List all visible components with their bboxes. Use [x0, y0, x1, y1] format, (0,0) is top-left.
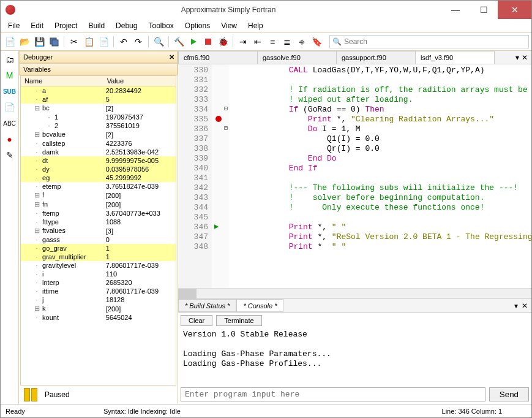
save-all-icon[interactable] [47, 35, 61, 48]
var-row[interactable]: · 2375561019 [21, 121, 176, 130]
paste-icon[interactable]: 📄 [97, 35, 110, 48]
undo-icon[interactable]: ↶ [117, 35, 130, 48]
svg-rect-3 [205, 39, 211, 45]
menu-view[interactable]: View [216, 20, 242, 31]
debugger-panel-header: Debugger ✕ [19, 51, 178, 63]
bottom-tab[interactable]: * Console * [236, 299, 283, 312]
close-tab-icon[interactable]: ✕ [522, 53, 528, 62]
menu-debug[interactable]: Debug [111, 20, 142, 31]
fold-icon[interactable]: ⊟ [224, 124, 228, 132]
svg-rect-1 [52, 40, 58, 46]
var-row[interactable]: · ftemp3.67040773e+033 [21, 209, 176, 218]
bottom-tabs: * Build Status ** Console *▾✕ [178, 298, 531, 312]
redo-icon[interactable]: ↷ [132, 35, 145, 48]
var-row[interactable]: ⊞ bcvalue[2] [21, 130, 176, 139]
bookmark-icon[interactable]: 🔖 [310, 35, 323, 48]
close-debugger-icon[interactable]: ✕ [169, 53, 174, 61]
unindent-icon[interactable]: ⇤ [251, 35, 264, 48]
find-icon[interactable]: 🔍 [152, 35, 165, 48]
close-button[interactable]: ✕ [498, 1, 531, 19]
search-input[interactable] [344, 37, 526, 46]
clear-button[interactable]: Clear [181, 315, 212, 326]
console-output: Version 1.0 Stable Release Loading Gas-P… [178, 329, 531, 385]
var-row[interactable]: ⊞ k[200] [21, 304, 176, 313]
var-row[interactable]: · i110 [21, 270, 176, 278]
editor-tab[interactable]: gassolve.f90 [257, 51, 337, 64]
modules-icon[interactable]: M [4, 69, 16, 82]
var-row[interactable]: · gravitylevel7.80601717e-039 [21, 261, 176, 270]
send-button[interactable]: Send [489, 387, 529, 401]
run-icon[interactable] [187, 35, 200, 48]
var-row[interactable]: ⊟ bc[2] [21, 104, 176, 113]
editor-tab[interactable]: cfm6.f90 [178, 51, 258, 64]
var-row[interactable]: · etemp3.76518247e-039 [21, 182, 176, 191]
debug-icon[interactable]: 🐞 [216, 35, 230, 48]
var-row[interactable]: · go_grav1 [21, 244, 176, 253]
project-icon[interactable]: 🗂 [4, 53, 16, 66]
menu-toolbox[interactable]: Toolbox [143, 20, 178, 31]
current-line-icon: ▶ [214, 222, 219, 231]
variables-panel-header: Variables [19, 63, 178, 75]
menu-options[interactable]: Options [180, 20, 215, 31]
breakpoints-icon[interactable]: ● [4, 133, 16, 145]
menu-project[interactable]: Project [50, 20, 82, 31]
copy-icon[interactable]: 📋 [82, 35, 96, 48]
fold-icon[interactable]: ⊟ [224, 105, 228, 112]
search-box[interactable]: 🔍 [329, 35, 529, 48]
cut-icon[interactable]: ✂ [67, 35, 81, 48]
var-row[interactable]: ⊞ f[200] [21, 191, 176, 200]
bottom-tab[interactable]: * Build Status * [178, 299, 236, 312]
close-panel-icon[interactable]: ✕ [522, 302, 528, 310]
maximize-button[interactable]: ☐ [470, 1, 498, 19]
save-icon[interactable]: 💾 [32, 35, 46, 48]
terminate-button[interactable]: Terminate [216, 315, 261, 326]
var-row[interactable]: · eg45.2999992 [21, 173, 176, 182]
var-row[interactable]: · dy0.0395978056 [21, 165, 176, 173]
format-icon[interactable]: ⎆ [295, 35, 309, 48]
var-row[interactable]: · a20.2834492 [21, 86, 176, 96]
panel-menu-icon[interactable]: ▾ [514, 302, 518, 310]
var-row[interactable]: · 11970975437 [21, 113, 176, 121]
tools-icon[interactable]: ✎ [4, 149, 16, 161]
new-icon[interactable]: 📄 [3, 35, 17, 48]
subs-icon[interactable]: SUB [4, 85, 16, 97]
menu-file[interactable]: File [3, 20, 24, 31]
var-row[interactable]: · interp2685320 [21, 278, 176, 287]
breakpoint-icon[interactable] [215, 116, 222, 122]
code-area[interactable]: CALL LoadGas(DY,T,YF,YO,W,U,F,Q1,Qr,YP,A… [229, 64, 531, 288]
build-icon[interactable]: 🔨 [172, 35, 185, 48]
var-row[interactable]: ⊞ ftvalues[3] [21, 226, 176, 235]
menu-build[interactable]: Build [83, 20, 110, 31]
var-row[interactable]: · j18128 [21, 295, 176, 304]
editor-tab[interactable]: gassupport.f90 [336, 51, 416, 64]
var-row[interactable]: · fttype1088 [21, 218, 176, 226]
var-row[interactable]: · ittime7.80601717e-039 [21, 287, 176, 295]
stop-icon[interactable] [201, 35, 215, 48]
var-row[interactable]: · callstep4223376 [21, 139, 176, 148]
search-panel-icon[interactable]: ABC [4, 117, 16, 129]
uncomment-icon[interactable]: ≣ [280, 35, 294, 48]
var-row[interactable]: · damk2.52513983e-042 [21, 148, 176, 156]
minimize-button[interactable]: — [441, 1, 470, 19]
editor-hscrollbar[interactable] [178, 288, 531, 298]
files-icon[interactable]: 📄 [4, 101, 16, 113]
editor-tab[interactable]: lsdf_v3.f90 [415, 51, 495, 64]
var-row[interactable]: ⊞ fn[200] [21, 200, 176, 209]
menu-edit[interactable]: Edit [26, 20, 48, 31]
console-input[interactable] [181, 387, 485, 401]
tab-menu-icon[interactable]: ▾ [515, 53, 519, 62]
menu-help[interactable]: Help [243, 20, 268, 31]
col-name[interactable]: Name [21, 76, 103, 86]
open-icon[interactable]: 📂 [18, 35, 31, 48]
var-row[interactable]: · dt9.99999975e-005 [21, 156, 176, 165]
col-value[interactable]: Value [103, 76, 176, 86]
var-row[interactable]: · gasss0 [21, 235, 176, 244]
code-editor[interactable]: 3303313323333343353363373383393403413423… [178, 64, 531, 288]
var-row[interactable]: · grav_multiplier1 [21, 253, 176, 261]
variables-grid[interactable]: Name Value · a20.2834492· af5⊟ bc[2]· 11… [20, 75, 176, 386]
editor-gutter[interactable]: ▶⊟⊟ [212, 64, 229, 288]
var-row[interactable]: · af5 [21, 95, 176, 104]
comment-icon[interactable]: ≡ [266, 35, 279, 48]
indent-icon[interactable]: ⇥ [236, 35, 250, 48]
var-row[interactable]: · kount5645024 [21, 313, 176, 322]
